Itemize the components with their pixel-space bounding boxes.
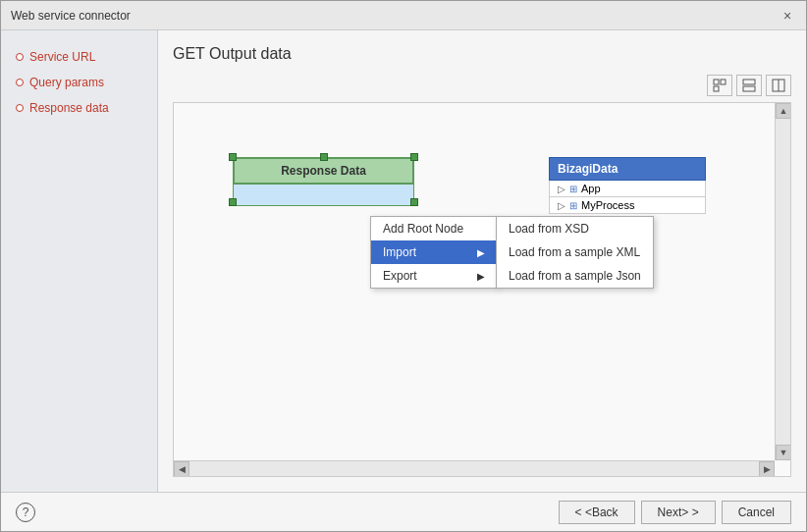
help-button[interactable]: ? — [16, 503, 35, 522]
ctx-import-arrow: ▶ — [477, 247, 485, 258]
sidebar-label-service-url: Service URL — [29, 50, 95, 64]
sidebar-item-response-data[interactable]: Response data — [16, 101, 142, 115]
page-title: GET Output data — [173, 45, 791, 63]
main-content: Service URL Query params Response data G… — [1, 30, 806, 492]
close-button[interactable]: × — [779, 7, 796, 25]
content-area: GET Output data — [158, 30, 806, 492]
sidebar-label-response-data: Response data — [29, 101, 109, 115]
footer-left: ? — [16, 503, 35, 522]
scroll-right-arrow[interactable]: ▶ — [759, 461, 775, 477]
scroll-down-arrow[interactable]: ▼ — [776, 445, 791, 460]
scroll-up-arrow[interactable]: ▲ — [776, 103, 791, 119]
ctx-export-arrow: ▶ — [477, 271, 485, 282]
expand-icon: ▷ — [558, 184, 565, 194]
svg-rect-4 — [743, 86, 755, 91]
bizagi-row-myprocess: ▷ ⊞ MyProcess — [549, 197, 706, 214]
footer-buttons: < <Back Next> > Cancel — [559, 501, 791, 524]
ctx-add-root-node-label: Add Root Node — [383, 222, 463, 236]
handle-tl — [229, 153, 237, 161]
svg-rect-0 — [714, 80, 719, 84]
ctx-export-label: Export — [383, 269, 417, 283]
table-icon: ⊞ — [569, 200, 577, 211]
ctx-add-root-node[interactable]: Add Root Node — [371, 217, 497, 240]
table-icon: ⊞ — [569, 184, 577, 194]
bizagi-data-header: BizagiData — [549, 157, 706, 181]
back-button[interactable]: < <Back — [559, 501, 635, 524]
response-data-body — [233, 185, 414, 206]
ctx-export[interactable]: Export ▶ — [371, 264, 497, 288]
sidebar-item-service-url[interactable]: Service URL — [16, 50, 142, 64]
toolbar-button-2[interactable] — [736, 75, 762, 96]
svg-rect-1 — [721, 80, 726, 84]
handle-bl — [229, 198, 237, 206]
submenu-load-xsd[interactable]: Load from XSD — [497, 217, 653, 240]
sidebar-item-query-params[interactable]: Query params — [16, 76, 142, 89]
ctx-import[interactable]: Import ▶ — [371, 240, 497, 264]
handle-tr — [410, 153, 418, 161]
toolbar-button-3[interactable] — [766, 75, 791, 96]
bizagi-data-node: BizagiData ▷ ⊞ App ▷ ⊞ MyProcess — [549, 157, 706, 214]
submenu-load-json[interactable]: Load from a sample Json — [497, 264, 653, 288]
diagram-area: Response Data BizagiData ▷ ⊞ App ▷ — [173, 102, 791, 477]
svg-rect-2 — [714, 86, 719, 91]
dot-icon — [16, 104, 24, 112]
submenu: Load from XSD Load from a sample XML Loa… — [496, 216, 654, 289]
bizagi-row-label-myprocess: MyProcess — [581, 199, 634, 211]
sidebar: Service URL Query params Response data — [1, 30, 158, 492]
diagram-toolbar — [173, 75, 791, 96]
submenu-load-xsd-label: Load from XSD — [509, 222, 589, 236]
scroll-h-track[interactable] — [189, 461, 759, 476]
diagram-inner: Response Data BizagiData ▷ ⊞ App ▷ — [174, 103, 775, 460]
context-menu: Add Root Node Import ▶ Export ▶ — [370, 216, 498, 289]
cancel-button[interactable]: Cancel — [722, 501, 791, 524]
next-button[interactable]: Next> > — [641, 501, 716, 524]
expand-icon: ▷ — [558, 200, 565, 211]
ctx-import-label: Import — [383, 245, 416, 259]
sidebar-label-query-params: Query params — [29, 76, 104, 89]
vertical-scrollbar[interactable]: ▲ ▼ — [775, 103, 790, 460]
bizagi-row-app: ▷ ⊞ App — [549, 181, 706, 197]
bizagi-row-label-app: App — [581, 183, 601, 194]
response-data-header: Response Data — [233, 157, 414, 185]
response-data-node[interactable]: Response Data — [233, 157, 414, 206]
scroll-v-track[interactable] — [776, 119, 790, 445]
dot-icon — [16, 79, 24, 86]
window-title: Web service connector — [11, 9, 131, 23]
dot-icon — [16, 53, 24, 61]
window: Web service connector × Service URL Quer… — [0, 0, 807, 532]
horizontal-scrollbar[interactable]: ◀ ▶ — [174, 460, 775, 476]
title-bar: Web service connector × — [1, 1, 806, 30]
scroll-left-arrow[interactable]: ◀ — [174, 461, 189, 477]
handle-tm — [320, 153, 328, 161]
handle-br — [410, 198, 418, 206]
submenu-load-xml[interactable]: Load from a sample XML — [497, 240, 653, 264]
submenu-load-xml-label: Load from a sample XML — [509, 245, 640, 259]
submenu-load-json-label: Load from a sample Json — [509, 269, 641, 283]
svg-rect-3 — [743, 80, 755, 84]
footer: ? < <Back Next> > Cancel — [1, 492, 806, 531]
toolbar-button-1[interactable] — [707, 75, 732, 96]
